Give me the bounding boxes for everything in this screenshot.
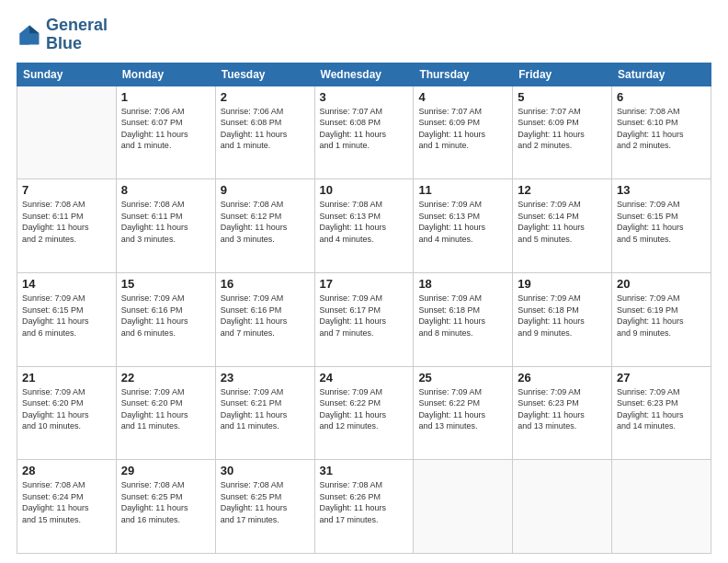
calendar-cell: 6Sunrise: 7:08 AM Sunset: 6:10 PM Daylig… [612,86,711,179]
day-info: Sunrise: 7:09 AM Sunset: 6:18 PM Dayligh… [518,293,607,339]
day-info: Sunrise: 7:09 AM Sunset: 6:15 PM Dayligh… [617,199,706,245]
calendar-cell [414,460,513,554]
day-number: 28 [22,464,111,477]
day-number: 15 [121,277,210,291]
calendar-cell: 14Sunrise: 7:09 AM Sunset: 6:15 PM Dayli… [17,272,117,366]
calendar-cell: 27Sunrise: 7:09 AM Sunset: 6:23 PM Dayli… [612,366,711,460]
day-number: 20 [617,277,706,291]
day-number: 2 [221,90,310,104]
weekday-header-wednesday: Wednesday [314,63,414,86]
calendar-cell: 10Sunrise: 7:08 AM Sunset: 6:13 PM Dayli… [314,179,414,273]
calendar-cell: 22Sunrise: 7:09 AM Sunset: 6:20 PM Dayli… [116,366,215,460]
calendar-week-row: 21Sunrise: 7:09 AM Sunset: 6:20 PM Dayli… [17,366,711,460]
calendar-week-row: 1Sunrise: 7:06 AM Sunset: 6:07 PM Daylig… [17,86,711,179]
day-number: 9 [221,183,310,197]
day-number: 24 [320,371,409,385]
calendar-cell: 13Sunrise: 7:09 AM Sunset: 6:15 PM Dayli… [612,179,711,273]
day-number: 14 [22,277,111,291]
day-info: Sunrise: 7:08 AM Sunset: 6:10 PM Dayligh… [617,106,706,152]
calendar-table: SundayMondayTuesdayWednesdayThursdayFrid… [17,63,711,554]
calendar-cell: 21Sunrise: 7:09 AM Sunset: 6:20 PM Dayli… [17,366,117,460]
calendar-week-row: 7Sunrise: 7:08 AM Sunset: 6:11 PM Daylig… [17,179,711,273]
day-info: Sunrise: 7:09 AM Sunset: 6:18 PM Dayligh… [418,293,507,339]
calendar-cell: 31Sunrise: 7:08 AM Sunset: 6:26 PM Dayli… [314,460,414,554]
page: General Blue SundayMondayTuesdayWednesda… [0,0,728,563]
calendar-cell: 29Sunrise: 7:08 AM Sunset: 6:25 PM Dayli… [116,460,215,554]
day-info: Sunrise: 7:08 AM Sunset: 6:11 PM Dayligh… [22,199,111,245]
day-info: Sunrise: 7:09 AM Sunset: 6:14 PM Dayligh… [518,199,607,245]
calendar-cell: 3Sunrise: 7:07 AM Sunset: 6:08 PM Daylig… [314,86,414,179]
day-info: Sunrise: 7:09 AM Sunset: 6:20 PM Dayligh… [22,386,111,432]
logo-text: General Blue [46,17,108,53]
day-number: 6 [617,90,706,104]
calendar-cell: 2Sunrise: 7:06 AM Sunset: 6:08 PM Daylig… [215,86,314,179]
day-number: 22 [121,371,210,385]
calendar-week-row: 14Sunrise: 7:09 AM Sunset: 6:15 PM Dayli… [17,272,711,366]
day-info: Sunrise: 7:08 AM Sunset: 6:25 PM Dayligh… [221,479,310,525]
day-info: Sunrise: 7:09 AM Sunset: 6:22 PM Dayligh… [320,386,409,432]
day-number: 19 [518,277,607,291]
day-info: Sunrise: 7:09 AM Sunset: 6:16 PM Dayligh… [221,293,310,339]
header: General Blue [17,17,711,53]
day-info: Sunrise: 7:07 AM Sunset: 6:08 PM Dayligh… [320,106,409,152]
calendar-cell: 1Sunrise: 7:06 AM Sunset: 6:07 PM Daylig… [116,86,215,179]
calendar-cell: 17Sunrise: 7:09 AM Sunset: 6:17 PM Dayli… [314,272,414,366]
day-info: Sunrise: 7:09 AM Sunset: 6:19 PM Dayligh… [617,293,706,339]
day-info: Sunrise: 7:09 AM Sunset: 6:23 PM Dayligh… [518,386,607,432]
day-number: 11 [418,183,507,197]
day-number: 17 [320,277,409,291]
calendar-week-row: 28Sunrise: 7:08 AM Sunset: 6:24 PM Dayli… [17,460,711,554]
logo: General Blue [17,17,108,53]
day-number: 30 [221,464,310,477]
calendar-cell: 8Sunrise: 7:08 AM Sunset: 6:11 PM Daylig… [116,179,215,273]
day-info: Sunrise: 7:08 AM Sunset: 6:13 PM Dayligh… [320,199,409,245]
calendar-cell: 18Sunrise: 7:09 AM Sunset: 6:18 PM Dayli… [414,272,513,366]
day-info: Sunrise: 7:07 AM Sunset: 6:09 PM Dayligh… [518,106,607,152]
day-info: Sunrise: 7:08 AM Sunset: 6:11 PM Dayligh… [121,199,210,245]
weekday-header-sunday: Sunday [17,63,117,86]
day-info: Sunrise: 7:08 AM Sunset: 6:24 PM Dayligh… [22,479,111,525]
day-number: 18 [418,277,507,291]
day-number: 21 [22,371,111,385]
day-number: 27 [617,371,706,385]
day-number: 4 [418,90,507,104]
calendar-cell: 16Sunrise: 7:09 AM Sunset: 6:16 PM Dayli… [215,272,314,366]
calendar-cell: 11Sunrise: 7:09 AM Sunset: 6:13 PM Dayli… [414,179,513,273]
weekday-header-friday: Friday [513,63,612,86]
weekday-header-tuesday: Tuesday [215,63,314,86]
calendar-cell [513,460,612,554]
day-info: Sunrise: 7:08 AM Sunset: 6:12 PM Dayligh… [221,199,310,245]
day-info: Sunrise: 7:06 AM Sunset: 6:08 PM Dayligh… [221,106,310,152]
logo-icon [17,22,42,48]
calendar-cell: 25Sunrise: 7:09 AM Sunset: 6:22 PM Dayli… [414,366,513,460]
svg-marker-1 [29,25,40,33]
weekday-header-row: SundayMondayTuesdayWednesdayThursdayFrid… [17,63,711,86]
day-number: 25 [418,371,507,385]
day-number: 8 [121,183,210,197]
day-number: 26 [518,371,607,385]
day-number: 10 [320,183,409,197]
svg-rect-2 [20,33,30,44]
calendar-cell: 24Sunrise: 7:09 AM Sunset: 6:22 PM Dayli… [314,366,414,460]
day-info: Sunrise: 7:09 AM Sunset: 6:23 PM Dayligh… [617,386,706,432]
calendar-cell [17,86,117,179]
day-number: 3 [320,90,409,104]
day-number: 13 [617,183,706,197]
day-number: 29 [121,464,210,477]
day-info: Sunrise: 7:07 AM Sunset: 6:09 PM Dayligh… [418,106,507,152]
calendar-cell: 9Sunrise: 7:08 AM Sunset: 6:12 PM Daylig… [215,179,314,273]
day-number: 7 [22,183,111,197]
day-info: Sunrise: 7:09 AM Sunset: 6:22 PM Dayligh… [418,386,507,432]
day-info: Sunrise: 7:09 AM Sunset: 6:21 PM Dayligh… [221,386,310,432]
calendar-cell: 5Sunrise: 7:07 AM Sunset: 6:09 PM Daylig… [513,86,612,179]
weekday-header-monday: Monday [116,63,215,86]
calendar-cell: 12Sunrise: 7:09 AM Sunset: 6:14 PM Dayli… [513,179,612,273]
day-info: Sunrise: 7:09 AM Sunset: 6:17 PM Dayligh… [320,293,409,339]
calendar-cell: 20Sunrise: 7:09 AM Sunset: 6:19 PM Dayli… [612,272,711,366]
day-info: Sunrise: 7:06 AM Sunset: 6:07 PM Dayligh… [121,106,210,152]
calendar-cell: 19Sunrise: 7:09 AM Sunset: 6:18 PM Dayli… [513,272,612,366]
day-number: 16 [221,277,310,291]
day-info: Sunrise: 7:08 AM Sunset: 6:25 PM Dayligh… [121,479,210,525]
day-info: Sunrise: 7:08 AM Sunset: 6:26 PM Dayligh… [320,479,409,525]
calendar-cell: 30Sunrise: 7:08 AM Sunset: 6:25 PM Dayli… [215,460,314,554]
